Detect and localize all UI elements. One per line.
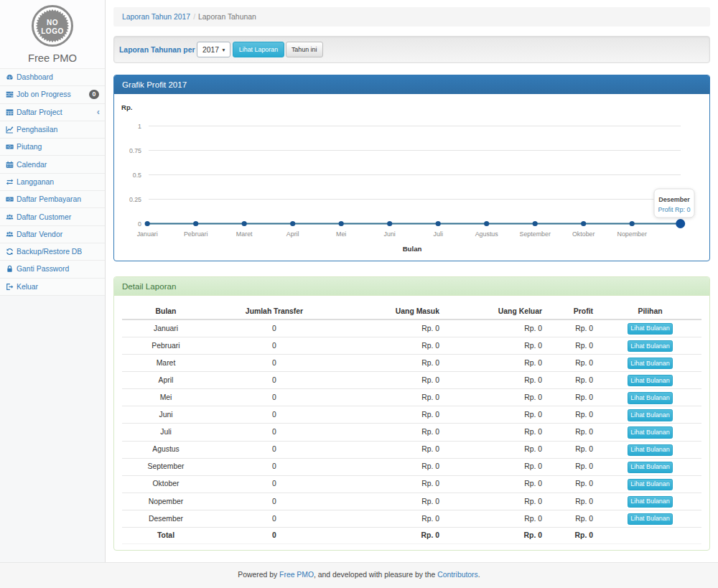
svg-text:Bulan: Bulan bbox=[403, 245, 422, 253]
svg-text:Agustus: Agustus bbox=[475, 230, 499, 238]
svg-text:Juni: Juni bbox=[384, 230, 396, 238]
svg-text:LOGO: LOGO bbox=[41, 27, 63, 35]
svg-text:September: September bbox=[519, 230, 550, 238]
svg-text:Maret: Maret bbox=[236, 230, 253, 238]
svg-text:Rp.: Rp. bbox=[121, 103, 132, 111]
svg-text:Oktober: Oktober bbox=[572, 230, 595, 238]
svg-text:Mei: Mei bbox=[336, 230, 346, 238]
svg-text:Nopember: Nopember bbox=[617, 230, 646, 238]
svg-text:NO: NO bbox=[47, 19, 58, 27]
svg-text:0: 0 bbox=[138, 220, 141, 228]
svg-text:0.5: 0.5 bbox=[133, 172, 141, 179]
svg-text:Profit Rp: 0: Profit Rp: 0 bbox=[658, 206, 690, 213]
svg-text:Desember: Desember bbox=[658, 196, 690, 203]
svg-text:0.25: 0.25 bbox=[129, 196, 141, 203]
svg-text:Pebruari: Pebruari bbox=[184, 230, 208, 238]
svg-text:Januari: Januari bbox=[137, 230, 158, 238]
svg-text:April: April bbox=[286, 230, 299, 238]
svg-text:1: 1 bbox=[138, 123, 141, 130]
svg-text:0.75: 0.75 bbox=[129, 147, 141, 154]
svg-text:Juli: Juli bbox=[434, 230, 443, 238]
